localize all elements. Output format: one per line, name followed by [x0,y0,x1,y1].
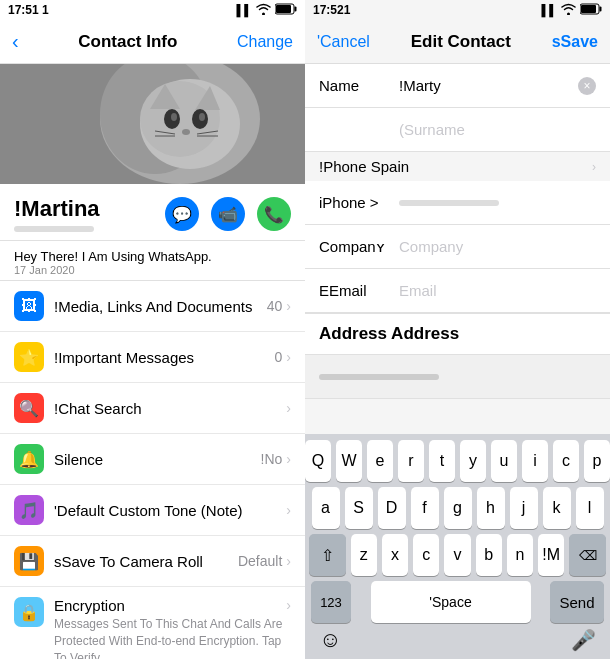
key-p[interactable]: p [584,440,610,482]
key-b[interactable]: b [476,534,502,576]
phone-value-blur [399,200,499,206]
custom-tone-item[interactable]: 🎵 'Default Custom Tone (Note) › [0,485,305,536]
address-section: Address Address [305,313,610,355]
encryption-item[interactable]: 🔒 Encryption Messages Sent To This Chat … [0,587,305,659]
key-q[interactable]: Q [305,440,331,482]
left-panel: 17:51 1 ▌▌ ‹ Contact Info Change [0,0,305,659]
star-icon: ⭐ [14,342,44,372]
left-time: 17:51 1 [8,3,49,17]
chat-search-item[interactable]: 🔍 !Chat Search › [0,383,305,434]
company-field: Companʏ Company [305,225,610,269]
edit-form: Name !Marty × (Surname !Phone Spain › iP… [305,64,610,434]
key-a[interactable]: a [312,487,340,529]
key-n[interactable]: n [507,534,533,576]
important-count: 0 [275,349,283,365]
key-c[interactable]: c [553,440,579,482]
key-h[interactable]: h [477,487,505,529]
svg-rect-21 [581,5,596,13]
svg-rect-2 [276,5,291,13]
email-input[interactable]: Email [399,282,596,299]
search-icon: 🔍 [14,393,44,423]
dictation-key[interactable]: 🎤 [571,628,596,652]
battery-icon [275,3,297,17]
key-f[interactable]: f [411,487,439,529]
shift-key[interactable]: ⇧ [309,534,346,576]
address-title: Address Address [319,324,459,343]
key-e[interactable]: e [367,440,393,482]
contact-photo [0,64,305,184]
name-input[interactable]: !Marty [399,77,578,94]
call-button[interactable]: 📞 [257,197,291,231]
save-button[interactable]: sSave [552,33,598,51]
chevron-icon: › [286,349,291,365]
silence-icon: 🔔 [14,444,44,474]
chevron-icon: › [286,597,291,613]
contact-info-row: !Martina 💬 📹 📞 [0,184,305,241]
key-i[interactable]: i [522,440,548,482]
right-time: 17:521 [313,3,350,17]
chevron-icon: › [286,553,291,569]
key-t[interactable]: t [429,440,455,482]
key-x[interactable]: x [382,534,408,576]
svg-rect-1 [295,7,297,12]
menu-list: 🖼 !Media, Links And Documents 40 › ⭐ !Im… [0,281,305,659]
num-key[interactable]: 123 [311,581,351,623]
right-status-bar: 17:521 ▌▌ [305,0,610,20]
key-z[interactable]: z [351,534,377,576]
save-camera-item[interactable]: 💾 sSave To Camera Roll Default › [0,536,305,587]
bio-text: Hey There! I Am Using WhatsApp. [14,249,291,264]
back-button[interactable]: ‹ [12,30,19,53]
key-j[interactable]: j [510,487,538,529]
emoji-key[interactable]: ☺ [319,627,341,653]
video-button[interactable]: 📹 [211,197,245,231]
key-m[interactable]: !M [538,534,564,576]
chevron-icon: › [286,400,291,416]
battery-icon [580,3,602,17]
key-u[interactable]: u [491,440,517,482]
contact-name-block: !Martina [14,196,100,232]
silence-item[interactable]: 🔔 Silence !No › [0,434,305,485]
clear-name-button[interactable]: × [578,77,596,95]
phone-field: iPhone > [305,181,610,225]
phone-section-header[interactable]: !Phone Spain › [305,152,610,181]
signal-icon: ▌▌ [236,4,252,16]
key-w[interactable]: W [336,440,362,482]
email-label: EEmail [319,282,399,299]
key-g[interactable]: g [444,487,472,529]
phone-section-label: !Phone Spain [319,158,409,175]
send-key[interactable]: Send [550,581,604,623]
contact-bio: Hey There! I Am Using WhatsApp. 17 Jan 2… [0,241,305,281]
space-key[interactable]: 'Space [371,581,531,623]
address-value-blur [319,374,439,380]
key-v[interactable]: v [444,534,470,576]
important-messages-item[interactable]: ⭐ !Important Messages 0 › [0,332,305,383]
media-icon: 🖼 [14,291,44,321]
name-label: Name [319,77,399,94]
surname-input[interactable]: (Surname [399,121,596,138]
svg-point-13 [199,113,205,121]
delete-key[interactable]: ⌫ [569,534,606,576]
message-button[interactable]: 💬 [165,197,199,231]
kb-row-4: 123 'Space Send [309,581,606,623]
change-button[interactable]: Change [237,33,293,51]
kb-row-2: a S D f g h j k l [309,487,606,529]
key-d[interactable]: D [378,487,406,529]
company-label: Companʏ [319,238,399,256]
left-header: ‹ Contact Info Change [0,20,305,64]
save-icon: 💾 [14,546,44,576]
keyboard: Q W e r t y u i c p a S D f g h j k l ⇧ … [305,434,610,659]
important-label: !Important Messages [54,349,275,366]
company-input[interactable]: Company [399,238,596,255]
save-camera-label: sSave To Camera Roll [54,553,238,570]
cancel-button[interactable]: 'Cancel [317,33,370,51]
media-item[interactable]: 🖼 !Media, Links And Documents 40 › [0,281,305,332]
music-icon: 🎵 [14,495,44,525]
key-k[interactable]: k [543,487,571,529]
key-l[interactable]: l [576,487,604,529]
key-c2[interactable]: c [413,534,439,576]
media-count: 40 [267,298,283,314]
key-y[interactable]: y [460,440,486,482]
right-panel: 17:521 ▌▌ 'Cancel Edit Contact sSave Nam… [305,0,610,659]
key-s[interactable]: S [345,487,373,529]
key-r[interactable]: r [398,440,424,482]
